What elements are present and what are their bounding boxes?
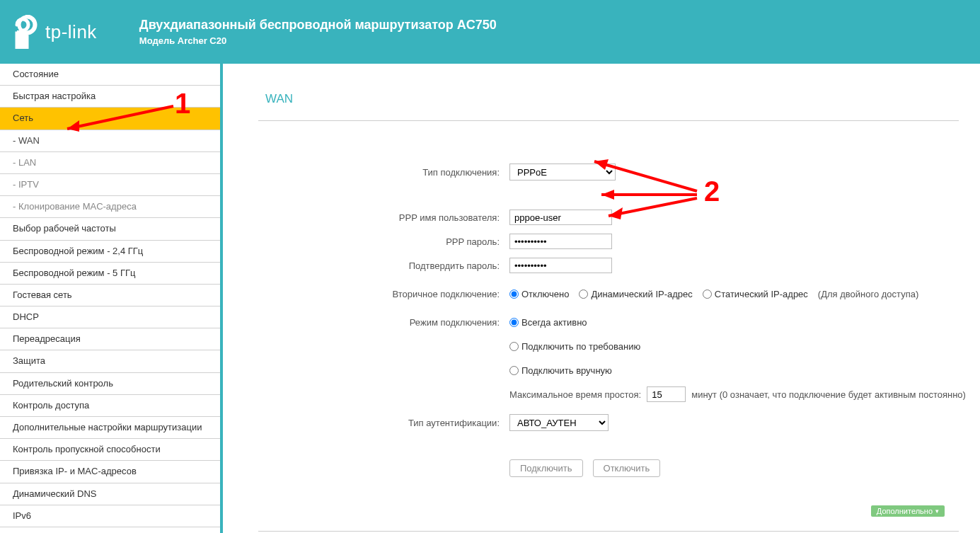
secondary-dyn-radio[interactable]: Динамический IP-адрес bbox=[579, 289, 692, 299]
connection-type-label: Тип подключения: bbox=[258, 167, 509, 178]
sidebar-item[interactable]: Гостевая сеть bbox=[0, 285, 220, 306]
sidebar-item[interactable]: Дополнительные настройки маршрутизации bbox=[0, 417, 220, 439]
ppp-pass-label: PPP пароль: bbox=[258, 236, 509, 247]
advanced-button[interactable]: Дополнительно ▾ bbox=[871, 505, 945, 517]
secondary-label: Вторичное подключение: bbox=[258, 289, 509, 299]
sidebar-item[interactable]: - WAN bbox=[0, 130, 220, 152]
brand-logo: tp-link bbox=[14, 15, 97, 49]
header: tp-link Двухдиапазонный беспроводной мар… bbox=[0, 0, 980, 64]
mode-demand-radio[interactable]: Подключить по требованию bbox=[509, 341, 640, 352]
product-title: Двухдиапазонный беспроводной маршрутизат… bbox=[139, 18, 497, 33]
header-titles: Двухдиапазонный беспроводной маршрутизат… bbox=[139, 18, 497, 46]
sidebar-item[interactable]: - IPTV bbox=[0, 174, 220, 196]
mode-manual-radio[interactable]: Подключить вручную bbox=[509, 365, 612, 376]
brand-text: tp-link bbox=[45, 21, 97, 43]
connection-type-select[interactable]: PPPoE bbox=[509, 164, 616, 180]
svg-rect-1 bbox=[17, 30, 25, 47]
tplink-logo-icon bbox=[14, 15, 40, 49]
idle-input[interactable] bbox=[647, 386, 686, 402]
auth-select[interactable]: АВТО_АУТЕН bbox=[509, 414, 609, 431]
ppp-pass2-label: Подтвердить пароль: bbox=[258, 260, 509, 271]
main-content: WAN Тип подключения: PPPoE PPP имя польз… bbox=[223, 64, 980, 533]
sidebar-item[interactable]: Беспроводной режим - 2,4 ГГц bbox=[0, 241, 220, 263]
ppp-user-label: PPP имя пользователя: bbox=[258, 212, 509, 223]
ppp-pass2-input[interactable] bbox=[509, 258, 612, 273]
sidebar-item[interactable]: - LAN bbox=[0, 152, 220, 174]
sidebar-item[interactable]: Контроль пропускной способности bbox=[0, 439, 220, 461]
idle-suffix: минут (0 означает, что подключение будет… bbox=[691, 389, 966, 400]
mode-always-radio[interactable]: Всегда активно bbox=[509, 317, 587, 328]
sidebar-item[interactable]: Родительский контроль bbox=[0, 373, 220, 395]
idle-label: Максимальное время простоя: bbox=[509, 389, 641, 400]
sidebar-item[interactable]: Привязка IP- и MAC-адресов bbox=[0, 461, 220, 483]
sidebar-item[interactable]: Выбор рабочей частоты bbox=[0, 218, 220, 240]
ppp-user-input[interactable] bbox=[509, 210, 612, 225]
disconnect-button[interactable]: Отключить bbox=[593, 459, 661, 477]
sidebar: СостояниеБыстрая настройкаСеть- WAN- LAN… bbox=[0, 64, 223, 533]
secondary-note: (Для двойного доступа) bbox=[818, 289, 918, 299]
sidebar-item[interactable]: Сеть bbox=[0, 108, 220, 130]
secondary-off-radio[interactable]: Отключено bbox=[509, 289, 569, 299]
sidebar-item[interactable]: DHCP bbox=[0, 306, 220, 328]
secondary-stat-radio[interactable]: Статический IP-адрес bbox=[703, 289, 808, 299]
sidebar-item[interactable]: Защита bbox=[0, 350, 220, 372]
chevron-down-icon: ▾ bbox=[935, 508, 939, 515]
ppp-pass-input[interactable] bbox=[509, 234, 612, 249]
auth-label: Тип аутентификации: bbox=[258, 418, 509, 428]
product-model: Модель Archer C20 bbox=[139, 35, 497, 46]
sidebar-item[interactable]: Переадресация bbox=[0, 328, 220, 350]
divider bbox=[258, 531, 959, 532]
sidebar-item[interactable]: - Клонирование MAC-адреса bbox=[0, 196, 220, 218]
connect-button[interactable]: Подключить bbox=[509, 459, 583, 477]
sidebar-item[interactable]: Системные инструменты bbox=[0, 527, 220, 533]
divider bbox=[258, 120, 959, 121]
sidebar-item[interactable]: Состояние bbox=[0, 64, 220, 86]
sidebar-item[interactable]: Динамический DNS bbox=[0, 483, 220, 505]
mode-label: Режим подключения: bbox=[258, 317, 509, 328]
sidebar-item[interactable]: IPv6 bbox=[0, 505, 220, 527]
sidebar-item[interactable]: Быстрая настройка bbox=[0, 86, 220, 108]
sidebar-item[interactable]: Контроль доступа bbox=[0, 395, 220, 417]
page-title: WAN bbox=[258, 92, 980, 106]
sidebar-item[interactable]: Беспроводной режим - 5 ГГц bbox=[0, 263, 220, 285]
